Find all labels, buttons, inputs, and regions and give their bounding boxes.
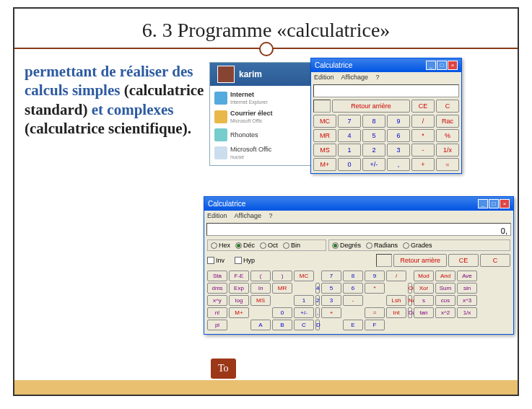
key-[interactable]: + [411, 158, 435, 171]
key-[interactable]: / [411, 115, 435, 128]
key-[interactable]: +/- [294, 307, 314, 318]
radio-grades[interactable]: Grades [403, 242, 432, 249]
key-0[interactable]: 0 [272, 307, 292, 318]
key-7[interactable]: 7 [321, 271, 341, 281]
radio-radians[interactable]: Radians [366, 242, 398, 249]
menu-help[interactable]: ? [375, 74, 379, 81]
key-[interactable]: ) [272, 271, 292, 281]
key-lsh[interactable]: Lsh [386, 295, 406, 306]
key-n[interactable]: n! [207, 307, 227, 318]
key-ms[interactable]: MS [313, 144, 336, 157]
key-1[interactable]: 1 [294, 295, 314, 306]
menu-affichage[interactable]: Affichage [341, 74, 368, 81]
key-not[interactable]: Not [408, 295, 412, 306]
key-rac[interactable]: Rac [436, 115, 459, 128]
key-x2[interactable]: x^2 [435, 307, 455, 318]
maximize-button[interactable]: □ [437, 61, 447, 70]
minimize-button[interactable]: _ [426, 61, 436, 70]
radio-oct[interactable]: Oct [260, 242, 278, 249]
ce-button[interactable]: CE [448, 254, 479, 267]
key-a[interactable]: A [250, 320, 271, 330]
menu-affichage[interactable]: Affichage [235, 212, 261, 219]
calc-sci-titlebar[interactable]: Calculatrice _ □ × [204, 197, 513, 211]
ce-button[interactable]: CE [411, 100, 435, 113]
start-item-internet[interactable]: InternetInternet Explorer [213, 89, 308, 107]
key-tan[interactable]: tan [414, 307, 434, 318]
close-button[interactable]: × [500, 199, 510, 208]
start-item-office[interactable]: Microsoft Officnuose [213, 144, 308, 162]
c-button[interactable]: C [480, 254, 510, 267]
key-9[interactable]: 9 [387, 115, 410, 128]
key-mr[interactable]: MR [272, 283, 292, 294]
inv-checkbox[interactable]: Inv [207, 257, 224, 264]
key-m[interactable]: M+ [313, 158, 336, 171]
key-exp[interactable]: Exp [229, 283, 249, 294]
menu-edition[interactable]: Edition [207, 212, 227, 219]
key-[interactable]: +/- [362, 158, 385, 171]
key-d[interactable]: D [315, 320, 320, 330]
key-m[interactable]: M+ [229, 307, 249, 318]
key-mr[interactable]: MR [313, 129, 336, 142]
key-[interactable]: / [386, 271, 406, 281]
key-5[interactable]: 5 [321, 283, 341, 294]
radio-déc[interactable]: Déc [235, 242, 255, 249]
key-9[interactable]: 9 [365, 271, 385, 281]
menu-edition[interactable]: Edition [314, 74, 334, 81]
key-int[interactable]: Int [386, 307, 406, 318]
key-[interactable]: * [411, 129, 435, 142]
key-4[interactable]: 4 [315, 283, 320, 294]
footer-button[interactable]: To [211, 359, 236, 379]
close-button[interactable]: × [448, 61, 458, 70]
start-item-notes[interactable]: Rhonotes [213, 126, 308, 144]
maximize-button[interactable]: □ [489, 199, 499, 208]
key-s[interactable]: s [414, 295, 434, 306]
c-button[interactable]: C [436, 100, 459, 113]
key-log[interactable]: log [229, 295, 249, 306]
start-item-mail[interactable]: Courrier électMicrosoft Offic [213, 107, 308, 126]
key-c[interactable]: C [294, 320, 314, 330]
key-0[interactable]: 0 [338, 158, 361, 171]
hyp-checkbox[interactable]: Hyp [235, 257, 255, 264]
key-in[interactable]: In [250, 283, 271, 294]
key-dat[interactable]: Dat [408, 307, 412, 318]
key-[interactable]: ( [250, 271, 271, 281]
radio-hex[interactable]: Hex [211, 242, 230, 249]
key-[interactable]: % [436, 129, 459, 142]
key-[interactable]: = [365, 307, 385, 318]
key-2[interactable]: 2 [362, 144, 385, 157]
key-[interactable]: - [411, 144, 435, 157]
key-and[interactable]: And [435, 271, 455, 281]
key-or[interactable]: Or [408, 283, 412, 294]
key-dms[interactable]: dms [207, 283, 227, 294]
menu-help[interactable]: ? [269, 212, 272, 219]
key-sta[interactable]: Sta [207, 271, 227, 281]
key-cos[interactable]: cos [435, 295, 455, 306]
key-mc[interactable]: MC [294, 271, 314, 281]
radio-bin[interactable]: Bin [283, 242, 300, 249]
calc-std-titlebar[interactable]: Calculatrice _ □ × [311, 58, 461, 72]
key-xor[interactable]: Xor [414, 283, 434, 294]
key-1x[interactable]: 1/x [457, 307, 477, 318]
key-[interactable]: = [436, 158, 459, 171]
key-ms[interactable]: MS [250, 295, 271, 306]
key-[interactable]: + [321, 307, 341, 318]
key-[interactable]: , [315, 307, 320, 318]
key-e[interactable]: E [343, 320, 363, 330]
key-sum[interactable]: Sum [435, 283, 455, 294]
key-2[interactable]: 2 [315, 295, 320, 306]
key-mc[interactable]: MC [313, 115, 336, 128]
key-1[interactable]: 1 [338, 144, 361, 157]
key-8[interactable]: 8 [343, 271, 363, 281]
back-button[interactable]: Retour arrière [393, 254, 447, 267]
key-sin[interactable]: sin [457, 283, 477, 294]
back-button[interactable]: Retour arrière [332, 100, 410, 113]
key-6[interactable]: 6 [387, 129, 410, 142]
key-fe[interactable]: F-E [229, 271, 249, 281]
key-1x[interactable]: 1/x [436, 144, 459, 157]
key-3[interactable]: 3 [321, 295, 341, 306]
key-8[interactable]: 8 [362, 115, 385, 128]
key-b[interactable]: B [272, 320, 292, 330]
key-x3[interactable]: x^3 [457, 295, 477, 306]
key-xy[interactable]: x^y [207, 295, 227, 306]
minimize-button[interactable]: _ [478, 199, 488, 208]
